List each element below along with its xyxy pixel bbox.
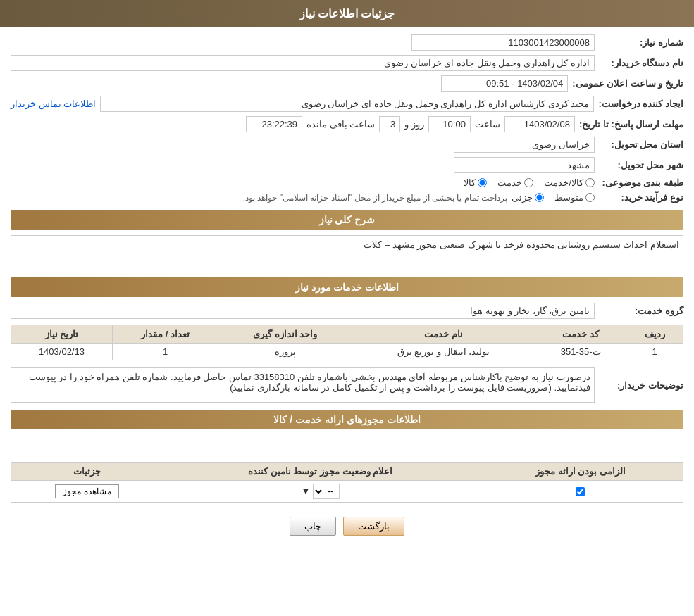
creator-row: ایجاد کننده درخواست: مجید کردی کارشناس ا… [11,96,683,112]
view-permit-button[interactable]: مشاهده مجوز [55,484,118,498]
purchase-type-option-jozei[interactable]: جزئی [512,192,544,203]
public-announce-row: تاریخ و ساعت اعلان عمومی: 1403/02/04 - 0… [11,75,683,92]
response-remaining-label: ساعت باقی مانده [306,119,375,130]
permits-col-details: جزئیات [11,463,163,481]
services-section-title: اطلاعات خدمات مورد نیاز [11,277,683,297]
city-label: شهر محل تحویل: [599,160,683,170]
buyer-notes-value: درصورت نیاز به توضیح باکارشناس مربوطه آق… [11,367,595,403]
province-row: استان محل تحویل: خراسان رضوی [11,137,683,153]
table-row: 1 ت-35-351 تولید، انتقال و توزیع برق پرو… [11,344,683,360]
content-area: شماره نیاز: 1103001423000008 نام دستگاه … [0,27,694,557]
need-desc-value: استعلام احداث سیستم روشنایی محدوده فرخد … [11,235,683,270]
response-deadline-label: مهلت ارسال پاسخ: تا تاریخ: [579,119,683,130]
category-radio-kala[interactable] [478,178,487,187]
back-button[interactable]: بازگشت [343,517,404,536]
city-row: شهر محل تحویل: مشهد [11,157,683,173]
need-number-label: شماره نیاز: [599,37,683,48]
purchase-type-radio-group: متوسط جزئی [512,192,595,203]
category-option-kala[interactable]: کالا [464,177,487,188]
province-label: استان محل تحویل: [599,139,683,150]
col-code: کد خدمت [535,325,626,344]
creator-value: مجید کردی کارشناس اداره کل راهداری وحمل … [100,96,594,112]
category-radio-kala-khedmat[interactable] [585,178,595,187]
buyer-notes-row: توضیحات خریدار: درصورت نیاز به توضیح باک… [11,367,683,403]
buyer-org-label: نام دستگاه خریدار: [599,58,683,68]
need-desc-row: استعلام احداث سیستم روشنایی محدوده فرخد … [11,235,683,270]
category-option-khedmat[interactable]: خدمت [497,177,533,188]
buyer-notes-label: توضیحات خریدار: [599,380,683,391]
permits-col-required: الزامی بودن ارائه مجوز [478,463,683,481]
permits-table: الزامی بودن ارائه مجوز اعلام وضعیت مجوز … [11,462,683,503]
permits-section-title: اطلاعات مجوزهای ارائه خدمت / کالا [11,410,683,429]
col-date: تاریخ نیاز [11,325,113,344]
purchase-radio-jozei[interactable] [535,193,544,202]
response-days: 3 [379,116,400,132]
permits-col-status: اعلام وضعیت مجوز توسط نامین کننده [163,463,478,481]
purchase-type-label: نوع فرآیند خرید: [599,192,683,203]
service-group-label: گروه خدمت: [599,306,683,316]
row-qty: 1 [112,344,218,360]
response-time: 10:00 [428,116,471,132]
province-value: خراسان رضوی [454,137,595,153]
col-name: نام خدمت [352,325,535,344]
category-label: طبقه بندی موضوعی: [599,177,683,188]
row-name: تولید، انتقال و توزیع برق [352,344,535,360]
print-button[interactable]: چاپ [290,517,336,536]
page-wrapper: جزئیات اطلاعات نیاز شماره نیاز: 11030014… [0,0,694,616]
service-group-row: گروه خدمت: تامین برق، گاز، بخار و تهویه … [11,303,683,319]
permit-status-select[interactable]: -- [313,484,340,499]
category-row: طبقه بندی موضوعی: کالا/خدمت خدمت کالا [11,177,683,188]
page-title: جزئیات اطلاعات نیاز [0,0,694,27]
contact-link[interactable]: اطلاعات تماس خریدار [11,99,96,109]
permit-required [478,481,683,503]
purchase-note: پرداخت تمام یا بخشی از مبلغ خریدار از مح… [243,193,507,203]
buyer-org-value: اداره کل راهداری وحمل ونقل جاده ای خراسا… [11,55,595,71]
permit-required-checkbox[interactable] [576,487,585,496]
creator-label: ایجاد کننده درخواست: [598,99,683,109]
public-announce-value: 1403/02/04 - 09:51 [441,75,568,92]
row-number: 1 [626,344,683,360]
chevron-down-icon: ▼ [302,486,311,496]
purchase-radio-motavaset[interactable] [585,193,595,202]
buyer-org-row: نام دستگاه خریدار: اداره کل راهداری وحمل… [11,55,683,71]
col-row: ردیف [626,325,683,344]
button-group: بازگشت چاپ [11,517,683,536]
response-days-label: روز و [404,119,424,130]
row-code: ت-35-351 [535,344,626,360]
city-value: مشهد [454,157,595,173]
row-unit: پروژه [218,344,352,360]
purchase-type-row: نوع فرآیند خرید: متوسط جزئی پرداخت تمام … [11,192,683,203]
category-option-kala-khedmat[interactable]: کالا/خدمت [544,177,595,188]
need-number-value: 1103001423000008 [411,34,595,51]
purchase-type-option-motavaset[interactable]: متوسط [554,192,595,203]
need-number-row: شماره نیاز: 1103001423000008 [11,34,683,51]
services-table: ردیف کد خدمت نام خدمت واحد اندازه گیری ت… [11,325,683,360]
need-desc-section-title: شرح کلی نیاز [11,210,683,230]
response-deadline-row: مهلت ارسال پاسخ: تا تاریخ: 1403/02/08 سا… [11,116,683,132]
permit-details: مشاهده مجوز [11,481,163,503]
col-qty: تعداد / مقدار [112,325,218,344]
category-radio-khedmat[interactable] [524,178,533,187]
permits-spacer [11,435,683,456]
list-item: -- ▼ مشاهده مجوز [11,481,683,503]
public-announce-label: تاریخ و ساعت اعلان عمومی: [572,78,683,89]
col-unit: واحد اندازه گیری [218,325,352,344]
row-date: 1403/02/13 [11,344,113,360]
response-date: 1403/02/08 [504,116,575,132]
category-radio-group: کالا/خدمت خدمت کالا [464,177,595,188]
service-group-value: تامین برق، گاز، بخار و تهویه هوا [11,303,595,319]
permit-status: -- ▼ [163,481,478,503]
response-remaining: 23:22:39 [246,116,302,132]
response-time-label: ساعت [475,119,500,130]
